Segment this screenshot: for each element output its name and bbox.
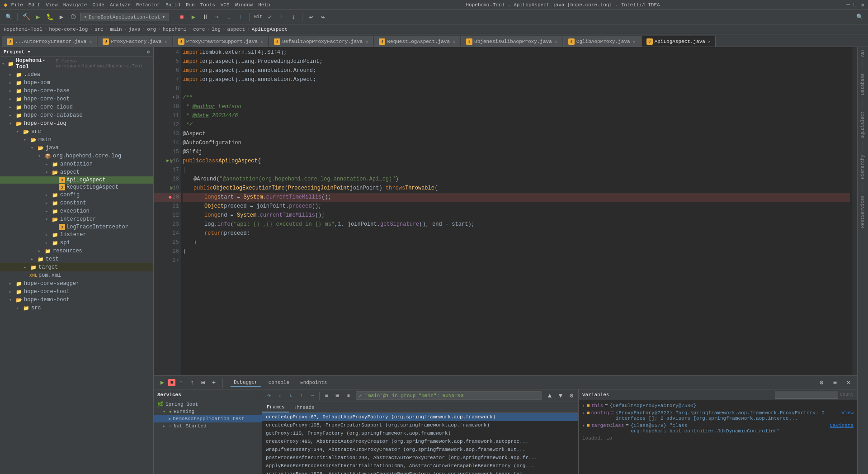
frame-item-8[interactable]: initializeBean:1808, AbstractAutowireCap… [262,470,578,474]
tree-item-RequestLogAspect[interactable]: J RequestLogAspect [0,184,153,191]
run-to-cursor-btn[interactable]: → [307,391,317,401]
database-panel-btn[interactable]: Database [860,73,865,95]
tree-item-hope-core-swagger[interactable]: ▸ 📁 hope-core-swagger [0,280,153,288]
step-out-button[interactable]: ↑ [236,12,245,22]
tree-item-target[interactable]: ▸ 📁 target [0,263,153,271]
endpoints-tab[interactable]: Endpoints [297,379,330,386]
hierarchy-panel-btn[interactable]: Hierarchy [860,155,865,179]
code-editor[interactable]: import lombok.extern.slf4j.Slf4j; import… [181,47,852,375]
tab-close-CglibAopProxy[interactable]: ✕ [633,39,636,44]
tree-item-interceptor[interactable]: ▾ 📂 interceptor [0,215,153,223]
breadcrumb-java[interactable]: java [128,27,140,32]
fold-marker-9[interactable]: ▾ [172,93,175,102]
breadcrumb-module[interactable]: hope-core-log [49,27,88,32]
frame-item-7[interactable]: applyBeanPostProcessorsAfterInitializati… [262,462,578,470]
breadcrumb-aspect[interactable]: aspect [227,27,245,32]
resume-button[interactable]: ▶ [189,12,198,22]
var-link-config[interactable]: View [842,410,854,416]
menu-help[interactable]: Help [258,2,270,8]
menu-refactor[interactable]: Refactor [136,2,160,8]
tree-item-config[interactable]: ▸ 📁 config [0,191,153,199]
run-marker-16[interactable]: ▶ [166,156,169,166]
tree-item-ApiLogAspect[interactable]: J ApiLogAspect [0,176,153,184]
tab-close-ApiLogAspect[interactable]: ✕ [708,39,711,44]
breadcrumb-project[interactable]: Hopehomi-Tool [4,27,42,32]
debugger-tab[interactable]: Debugger [230,379,261,387]
tab-close-RequestLogAspect[interactable]: ✕ [453,39,455,44]
tree-item-java[interactable]: ▾ 📂 java [0,144,153,152]
frame-thread-dropdown[interactable]: ✓ "main"@1 in group "main": RUNNING [356,391,542,400]
tree-item-resources[interactable]: ▸ 📁 resources [0,247,153,255]
step-out-btn[interactable]: ↑ [297,391,307,401]
commit-button[interactable]: ✓ [265,12,275,22]
tab-CglibAopProxy[interactable]: J CglibAopProxy.java ✕ [563,36,641,47]
tree-item-hope-core-log[interactable]: ▾ 📂 hope-core-log [0,119,153,128]
frame-down-btn[interactable]: ▼ [556,391,566,401]
menu-tools[interactable]: Tools [200,2,215,8]
push-button[interactable]: ↑ [277,12,287,22]
tree-item-spi[interactable]: ▸ 📁 spi [0,239,153,247]
tree-item-constant[interactable]: ▸ 📁 constant [0,199,153,207]
threads-tab[interactable]: Threads [289,403,319,412]
close-button[interactable]: ✕ [861,1,864,9]
search-everywhere-button[interactable]: 🔍 [4,12,14,22]
menu-window[interactable]: Window [235,2,253,8]
undo-button[interactable]: ↩ [306,12,316,22]
frames-btn[interactable]: ⊞ [332,391,342,401]
tree-item-package[interactable]: ▾ 📦 org.hopehomi.core.log [0,152,153,160]
frame-item-3[interactable]: getProxy:110, ProxyFactory (org.springfr… [262,429,578,437]
maximize-button[interactable]: □ [854,1,857,9]
redo-button[interactable]: ↪ [318,12,328,22]
tree-item-LogTraceInterceptor[interactable]: J LogTraceInterceptor [0,223,153,231]
vars-search-input[interactable] [775,391,838,399]
stop-button[interactable]: ■ [177,12,187,22]
menu-run[interactable]: Run [186,2,195,8]
ant-panel-btn[interactable]: ANT [860,49,865,57]
editor-scrollbar[interactable] [852,47,857,375]
breadcrumb-log[interactable]: log [212,27,221,32]
svc-not-started[interactable]: ▸ ○ Not Started [154,422,262,430]
tree-item-aspect[interactable]: ▾ 📂 aspect [0,168,153,176]
tree-item-idea[interactable]: ▸ 📁 .idea [0,71,153,79]
profile-button[interactable]: ⏱ [68,12,78,22]
tree-item-main[interactable]: ▾ 📂 main [0,136,153,144]
svc-spring-boot[interactable]: 🌿 Spring Boot [154,400,262,408]
menu-view[interactable]: View [46,2,57,8]
tab-ObjenesisGlibAopProxy[interactable]: J ObjenesisGlibAopProxy.java ✕ [461,36,562,47]
var-link-targetClass[interactable]: Navigate [830,423,854,428]
evaluate-btn[interactable]: ≡ [321,391,331,401]
sqldialect-panel-btn[interactable]: SQLDialect [860,111,865,138]
tab-close-AutoProxyCreator[interactable]: ✕ [89,39,92,44]
menu-edit[interactable]: Edit [28,2,40,8]
menu-analyze[interactable]: Analyze [110,2,131,8]
pause-button[interactable]: ⏸ [200,12,210,22]
menu-file[interactable]: File [11,2,23,8]
tree-item-exception[interactable]: ▸ 📁 exception [0,207,153,215]
tree-item-hope-core-database[interactable]: ▸ 📁 hope-core-database [0,111,153,119]
bottom-gear-btn[interactable]: ⚙ [816,378,826,388]
services-add-btn[interactable]: + [209,378,219,388]
var-arrow-this[interactable]: ▸ [582,403,585,408]
menu-build[interactable]: Build [165,2,180,8]
tab-close-ProxyCreatorSupport[interactable]: ✕ [260,39,263,44]
menu-code[interactable]: Code [92,2,104,8]
frame-settings-btn[interactable]: ⚙ [566,391,576,401]
services-resume-btn[interactable]: ▶ [157,378,167,388]
debug-button[interactable]: 🐛 [45,12,55,22]
svc-demo-boot[interactable]: ● DemoBootApplication-test [154,415,262,422]
tree-item-listener[interactable]: ▸ 📁 listener [0,231,153,239]
tree-item-hope-core-boot[interactable]: ▸ 📁 hope-core-boot [0,95,153,103]
search-button[interactable]: 🔍 [854,12,864,22]
step-into-btn[interactable]: ↓ [275,391,285,401]
tab-AutoProxyCreator[interactable]: J ...AutoProxyCreator.java ✕ [2,36,97,47]
coverage-button[interactable]: ▶ [57,12,66,22]
restservices-panel-btn[interactable]: RestServices [860,195,865,228]
tree-item-hope-core-cloud[interactable]: ▸ 📁 hope-core-cloud [0,103,153,111]
frame-item-6[interactable]: postProcessAfterInitialization:293, Abst… [262,454,578,462]
update-button[interactable]: ↓ [288,12,298,22]
services-btn3[interactable]: ≡ [176,378,186,388]
sidebar-gear-icon[interactable]: ⚙ [146,49,150,55]
tree-item-hope-bom[interactable]: ▸ 📁 hope-bom [0,79,153,87]
trace-btn[interactable]: ≋ [343,391,353,401]
tab-ProxyFactory[interactable]: J ProxyFactory.java ✕ [98,36,172,47]
